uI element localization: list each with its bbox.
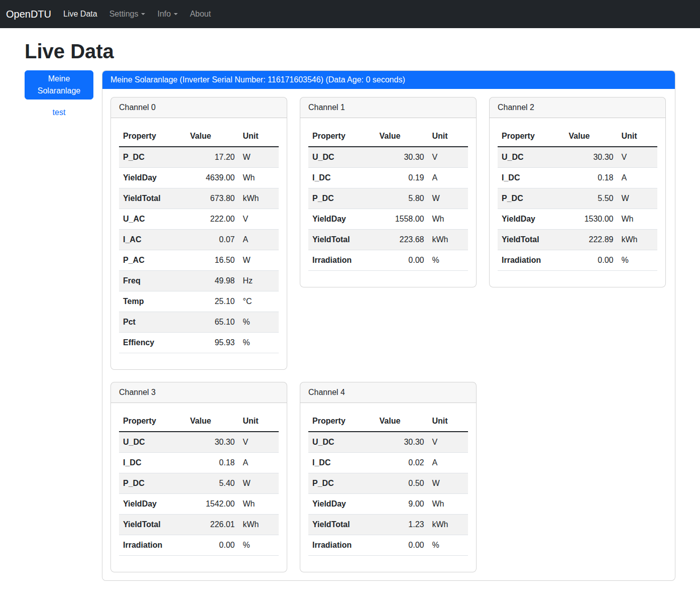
cell-unit: Hz — [239, 271, 279, 291]
cell-unit: kWh — [239, 188, 279, 209]
nav-item-live-data[interactable]: Live Data — [59, 6, 101, 23]
channel-card-body: Property Value Unit U_DC30.30VI_DC0.19AP… — [300, 118, 476, 287]
cell-property: Irradiation — [119, 535, 186, 556]
cell-value: 65.10 — [186, 312, 239, 333]
cell-property: YieldTotal — [308, 230, 376, 250]
nav-item-info[interactable]: Info — [153, 6, 182, 23]
page-container: Live Data Meine Solaranlage test Meine S… — [19, 39, 681, 596]
channel-title: Channel 2 — [490, 97, 665, 118]
cell-value: 1530.00 — [565, 209, 618, 230]
channel-table-row: YieldTotal222.89kWh — [498, 230, 657, 250]
channel-table: Property Value Unit U_DC30.30VI_DC0.18AP… — [119, 411, 279, 556]
cell-property: YieldDay — [119, 168, 186, 188]
cell-property: I_DC — [119, 453, 186, 473]
channel-title: Channel 3 — [111, 382, 287, 403]
cell-property: I_AC — [119, 230, 186, 250]
cell-property: U_AC — [119, 209, 186, 230]
col-header-property: Property — [119, 411, 186, 432]
channel-table-row: YieldTotal223.68kWh — [308, 230, 468, 250]
channel-card-body: Property Value Unit U_DC30.30VI_DC0.18AP… — [490, 118, 665, 287]
cell-unit: kWh — [239, 515, 279, 535]
col-header-property: Property — [119, 126, 186, 147]
cell-value: 5.40 — [186, 473, 239, 494]
cell-unit: A — [239, 230, 279, 250]
cell-property: U_DC — [308, 147, 376, 168]
nav-item-about[interactable]: About — [186, 6, 215, 23]
channel-table-row: P_DC17.20W — [119, 147, 279, 168]
cell-value: 1542.00 — [186, 494, 239, 515]
channel-table-header-row: Property Value Unit — [119, 411, 279, 432]
cell-value: 0.50 — [376, 473, 428, 494]
cell-value: 0.18 — [186, 453, 239, 473]
nav-menu: Live Data Settings Info About — [59, 6, 219, 23]
cell-property: YieldTotal — [498, 230, 565, 250]
cell-unit: Wh — [428, 494, 468, 515]
channel-table-row: YieldDay4639.00Wh — [119, 168, 279, 188]
cell-unit: % — [617, 250, 657, 271]
cell-value: 0.00 — [186, 535, 239, 556]
cell-unit: W — [428, 188, 468, 209]
channel-table-row: Effiency95.93% — [119, 333, 279, 353]
cell-unit: W — [239, 473, 279, 494]
cell-unit: % — [239, 312, 279, 333]
channel-table-row: YieldDay9.00Wh — [308, 494, 468, 515]
cell-unit: A — [428, 168, 468, 188]
cell-value: 0.19 — [376, 168, 428, 188]
channel-table-row: I_DC0.18A — [119, 453, 279, 473]
cell-unit: °C — [239, 291, 279, 312]
channel-card: Channel 4 Property Value Unit U_DC30.30V… — [300, 382, 477, 572]
cell-value: 0.00 — [565, 250, 618, 271]
channel-table-header-row: Property Value Unit — [308, 126, 468, 147]
cell-property: I_DC — [498, 168, 565, 188]
cell-value: 223.68 — [376, 230, 428, 250]
cell-property: YieldTotal — [119, 188, 186, 209]
channel-table-body: U_DC30.30VI_DC0.19AP_DC5.80WYieldDay1558… — [308, 147, 468, 271]
channel-card: Channel 0 Property Value Unit P_DC17.20W… — [110, 97, 287, 370]
channel-table-row: I_DC0.02A — [308, 453, 468, 473]
channel-table-row: I_DC0.18A — [498, 168, 657, 188]
cell-unit: kWh — [428, 230, 468, 250]
chevron-down-icon — [174, 13, 178, 15]
col-header-unit: Unit — [239, 126, 279, 147]
cell-property: P_DC — [308, 473, 376, 494]
channel-table-row: Irradiation0.00% — [498, 250, 657, 271]
cell-value: 30.30 — [376, 432, 428, 453]
inverter-select-button[interactable]: Meine Solaranlage — [25, 70, 93, 99]
cell-unit: Wh — [239, 168, 279, 188]
page-title: Live Data — [25, 39, 675, 63]
cell-property: P_DC — [308, 188, 376, 209]
inverter-test-link[interactable]: test — [25, 108, 93, 117]
cell-value: 0.07 — [186, 230, 239, 250]
col-header-property: Property — [308, 411, 376, 432]
cell-value: 222.89 — [565, 230, 618, 250]
col-header-unit: Unit — [428, 126, 468, 147]
app-brand[interactable]: OpenDTU — [6, 9, 51, 20]
cell-property: Irradiation — [308, 535, 376, 556]
channel-table-body: U_DC30.30VI_DC0.18AP_DC5.40WYieldDay1542… — [119, 432, 279, 556]
channel-table-row: YieldDay1542.00Wh — [119, 494, 279, 515]
inverter-sidebar: Meine Solaranlage test — [25, 70, 93, 117]
cell-value: 49.98 — [186, 271, 239, 291]
channel-table-row: P_DC5.80W — [308, 188, 468, 209]
channel-table: Property Value Unit P_DC17.20WYieldDay46… — [119, 126, 279, 353]
cell-unit: V — [239, 209, 279, 230]
channel-table-row: P_DC0.50W — [308, 473, 468, 494]
cell-property: YieldDay — [308, 494, 376, 515]
cell-property: YieldDay — [119, 494, 186, 515]
cell-unit: V — [239, 432, 279, 453]
channel-table-body: U_DC30.30VI_DC0.18AP_DC5.50WYieldDay1530… — [498, 147, 657, 271]
channel-table-row: YieldDay1558.00Wh — [308, 209, 468, 230]
cell-value: 222.00 — [186, 209, 239, 230]
channel-table-row: U_DC30.30V — [119, 432, 279, 453]
cell-unit: A — [428, 453, 468, 473]
cell-unit: W — [428, 473, 468, 494]
col-header-value: Value — [186, 411, 239, 432]
channel-title: Channel 4 — [300, 382, 476, 403]
cell-property: YieldTotal — [119, 515, 186, 535]
inverter-card-body: Channel 0 Property Value Unit P_DC17.20W… — [102, 89, 675, 580]
col-header-value: Value — [186, 126, 239, 147]
cell-property: U_DC — [308, 432, 376, 453]
channel-table: Property Value Unit U_DC30.30VI_DC0.18AP… — [498, 126, 657, 271]
channel-table-row: Irradiation0.00% — [308, 535, 468, 556]
nav-item-settings[interactable]: Settings — [105, 6, 150, 23]
